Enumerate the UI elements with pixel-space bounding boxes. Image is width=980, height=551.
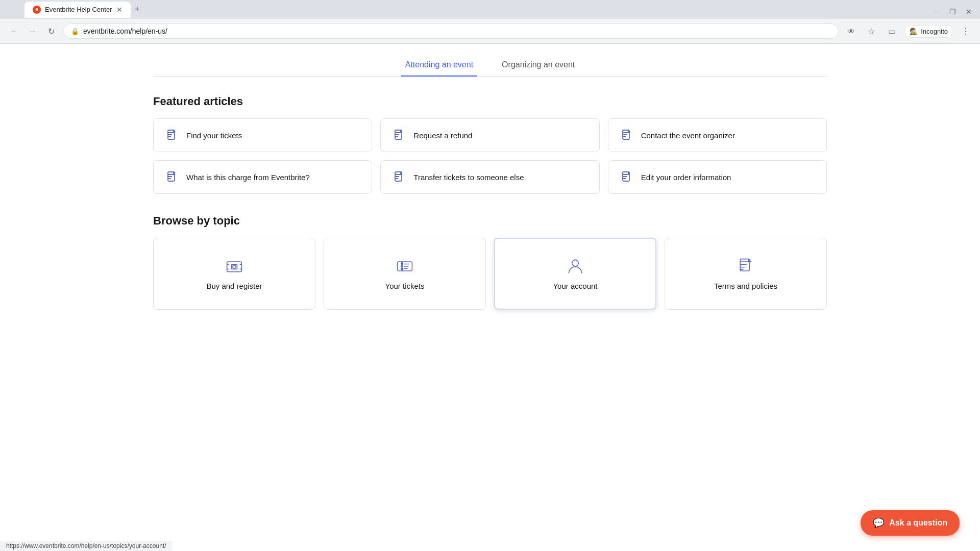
tab-attending[interactable]: Attending an event	[401, 54, 477, 77]
article-card-charge[interactable]: What is this charge from Eventbrite?	[153, 160, 372, 194]
svg-point-8	[233, 265, 236, 268]
document-icon	[621, 129, 633, 141]
incognito-icon: 🕵	[910, 28, 918, 35]
article-card-transfer-tickets[interactable]: Transfer tickets to someone else	[380, 160, 599, 194]
articles-grid-row2: What is this charge from Eventbrite? Tra…	[153, 160, 827, 194]
article-title-charge: What is this charge from Eventbrite?	[186, 173, 310, 182]
featured-articles-section: Featured articles Find your tickets	[153, 95, 827, 194]
article-card-edit-order[interactable]: Edit your order information	[608, 160, 827, 194]
topic-title-buy-register: Buy and register	[206, 282, 262, 290]
browser-chrome: e Eventbrite Help Center ✕ + ─ ❐ ✕ ← → ↻…	[0, 0, 980, 44]
restore-button[interactable]: ❐	[945, 5, 960, 19]
split-view-icon[interactable]: ▭	[884, 23, 900, 39]
tab-title: Eventbrite Help Center	[45, 6, 112, 13]
topic-card-your-account[interactable]: Your account	[494, 238, 656, 310]
topic-title-your-account: Your account	[553, 282, 597, 290]
svg-point-13	[572, 260, 579, 266]
article-title-contact-organizer: Contact the event organizer	[641, 131, 735, 140]
article-title-find-tickets: Find your tickets	[186, 131, 242, 140]
topic-card-your-tickets[interactable]: Your tickets	[324, 238, 486, 310]
incognito-label: Incognito	[921, 28, 948, 35]
document-icon	[393, 129, 405, 141]
incognito-badge[interactable]: 🕵 Incognito	[904, 25, 953, 38]
browse-heading: Browse by topic	[153, 214, 827, 228]
bookmark-icon[interactable]: ☆	[863, 23, 879, 39]
topic-card-buy-register[interactable]: Buy and register	[153, 238, 315, 310]
article-card-request-refund[interactable]: Request a refund	[380, 118, 599, 152]
url-text: eventbrite.com/help/en-us/	[83, 27, 831, 35]
featured-heading: Featured articles	[153, 95, 827, 108]
page-content: Attending an event Organizing an event F…	[122, 44, 857, 340]
article-title-request-refund: Request a refund	[413, 131, 472, 140]
document-icon	[393, 171, 405, 183]
document-icon	[621, 171, 633, 183]
articles-grid-row1: Find your tickets Request a refund	[153, 118, 827, 152]
nav-buttons: ← → ↻	[6, 23, 59, 39]
tab-close-button[interactable]: ✕	[116, 6, 122, 14]
svg-point-11	[401, 265, 403, 267]
article-card-contact-organizer[interactable]: Contact the event organizer	[608, 118, 827, 152]
browser-toolbar: ← → ↻ 🔒 eventbrite.com/help/en-us/ 👁 ☆ ▭…	[0, 19, 980, 43]
svg-rect-14	[740, 259, 749, 271]
topic-card-terms-policies[interactable]: Terms and policies	[665, 238, 827, 310]
minimize-button[interactable]: ─	[929, 5, 943, 19]
address-bar[interactable]: 🔒 eventbrite.com/help/en-us/	[63, 23, 839, 39]
menu-button[interactable]: ⋮	[958, 23, 974, 39]
topic-title-your-tickets: Your tickets	[385, 282, 425, 290]
svg-point-12	[401, 268, 403, 270]
tab-favicon: e	[33, 6, 41, 14]
ticket-icon	[396, 257, 414, 276]
refresh-button[interactable]: ↻	[43, 23, 59, 39]
terms-document-icon	[737, 257, 755, 276]
article-title-edit-order: Edit your order information	[641, 173, 731, 182]
svg-rect-6	[227, 262, 242, 272]
money-icon	[225, 257, 243, 276]
topic-title-terms-policies: Terms and policies	[714, 282, 777, 290]
article-title-transfer-tickets: Transfer tickets to someone else	[413, 173, 524, 182]
topics-grid: Buy and register Your tickets	[153, 238, 827, 310]
article-card-find-tickets[interactable]: Find your tickets	[153, 118, 372, 152]
toolbar-right: 👁 ☆ ▭ 🕵 Incognito ⋮	[843, 23, 974, 39]
tab-organizing[interactable]: Organizing an event	[498, 54, 579, 77]
browser-tab-bar: e Eventbrite Help Center ✕ + ─ ❐ ✕	[0, 0, 980, 19]
svg-point-10	[401, 263, 403, 265]
new-tab-button[interactable]: +	[131, 0, 144, 19]
lock-icon: 🔒	[71, 28, 79, 35]
person-icon	[566, 257, 584, 276]
document-icon	[166, 129, 178, 141]
tabs-nav: Attending an event Organizing an event	[153, 44, 827, 77]
browse-by-topic-section: Browse by topic Buy and register	[153, 214, 827, 310]
close-button[interactable]: ✕	[962, 5, 976, 19]
reading-mode-icon[interactable]: 👁	[843, 23, 859, 39]
forward-button[interactable]: →	[24, 23, 41, 39]
browser-tab-active[interactable]: e Eventbrite Help Center ✕	[24, 2, 131, 18]
document-icon	[166, 171, 178, 183]
window-controls: ─ ❐ ✕	[929, 5, 976, 19]
back-button[interactable]: ←	[6, 23, 22, 39]
